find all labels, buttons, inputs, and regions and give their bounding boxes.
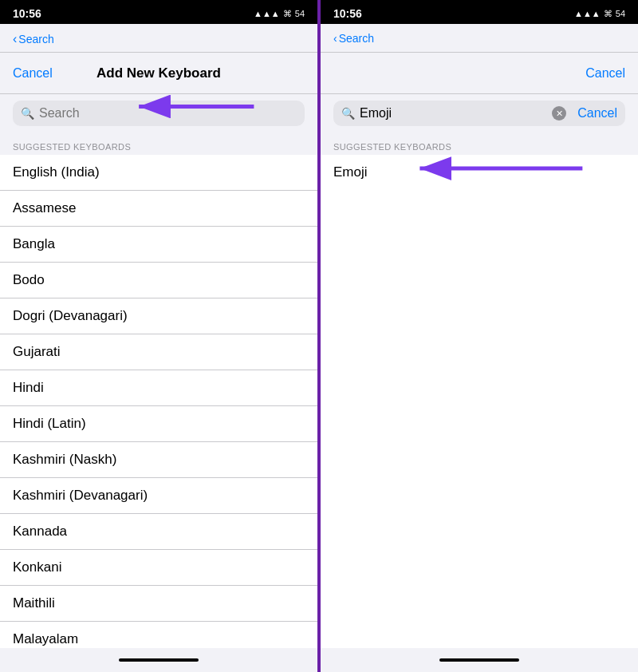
- chevron-left-icon: ‹: [13, 32, 17, 46]
- right-back-label: Search: [339, 32, 374, 45]
- right-battery-icon: 54: [616, 9, 625, 18]
- list-item[interactable]: Kashmiri (Devanagari): [0, 478, 317, 514]
- left-status-icons: ▲▲▲ ⌘ 54: [254, 9, 305, 19]
- right-chevron-left-icon: ‹: [333, 32, 337, 45]
- search-container: 🔍: [0, 94, 317, 132]
- keyboard-name: Kashmiri (Devanagari): [13, 488, 148, 504]
- right-cancel-bar: Cancel: [321, 53, 638, 94]
- list-item[interactable]: Kannada: [0, 514, 317, 550]
- left-time: 10:56: [13, 7, 41, 20]
- right-signal-icon: ▲▲▲: [574, 9, 601, 18]
- keyboard-name: Hindi: [13, 380, 44, 396]
- left-back-label: Search: [18, 33, 53, 45]
- list-item[interactable]: English (India): [0, 155, 317, 191]
- list-item[interactable]: Konkani: [0, 550, 317, 586]
- home-bar: [119, 658, 199, 662]
- list-item[interactable]: Malayalam: [0, 622, 317, 648]
- keyboard-name: Kannada: [13, 524, 67, 540]
- keyboard-name: Bodo: [13, 272, 45, 288]
- right-status-bar: 10:56 ▲▲▲ ⌘ 54: [321, 0, 638, 24]
- search-input[interactable]: [39, 106, 297, 121]
- page-title: Add New Keyboard: [96, 65, 221, 81]
- right-search-container: 🔍 Emoji ✕ Cancel: [321, 94, 638, 132]
- right-cancel-button[interactable]: Cancel: [585, 66, 625, 81]
- left-panel: 10:56 ▲▲▲ ⌘ 54 ‹ Search Cancel Add New K…: [0, 0, 317, 672]
- keyboard-name: Hindi (Latin): [13, 416, 86, 432]
- left-status-bar: 10:56 ▲▲▲ ⌘ 54: [0, 0, 317, 24]
- cancel-button[interactable]: Cancel: [13, 66, 53, 81]
- keyboard-name: Konkani: [13, 559, 61, 575]
- left-home-indicator: [0, 648, 317, 672]
- right-results-list: Emoji: [321, 155, 638, 648]
- list-item[interactable]: Gujarati: [0, 334, 317, 370]
- list-item[interactable]: Kashmiri (Naskh): [0, 442, 317, 478]
- keyboard-name: English (India): [13, 164, 100, 180]
- signal-icon: ▲▲▲: [254, 9, 280, 18]
- list-item[interactable]: Hindi (Latin): [0, 406, 317, 442]
- list-item[interactable]: Hindi: [0, 370, 317, 406]
- keyboard-name: Gujarati: [13, 344, 61, 360]
- clear-search-button[interactable]: ✕: [552, 106, 566, 121]
- right-cancel-inline-button[interactable]: Cancel: [577, 106, 617, 121]
- list-item[interactable]: Assamese: [0, 191, 317, 227]
- battery-icon: 54: [295, 9, 305, 18]
- result-name: Emoji: [333, 164, 368, 180]
- list-item[interactable]: Bangla: [0, 227, 317, 263]
- right-home-indicator: [321, 648, 638, 672]
- right-section-header: SUGGESTED KEYBOARDS: [321, 132, 638, 155]
- right-search-icon: 🔍: [341, 107, 355, 120]
- search-wrapper: 🔍: [13, 101, 305, 126]
- right-search-value: Emoji: [360, 106, 547, 121]
- left-nav-bar: ‹ Search: [0, 24, 317, 53]
- keyboard-name: Assamese: [13, 200, 76, 216]
- right-nav-bar: ‹ Search: [321, 24, 638, 53]
- keyboard-name: Bangla: [13, 236, 55, 252]
- search-icon: 🔍: [21, 107, 34, 120]
- keyboard-name: Dogri (Devanagari): [13, 308, 128, 324]
- right-panel: 10:56 ▲▲▲ ⌘ 54 ‹ Search Cancel 🔍 Emoji ✕…: [321, 0, 638, 672]
- right-wifi-icon: ⌘: [604, 9, 612, 19]
- left-section-header: SUGGESTED KEYBOARDS: [0, 132, 317, 155]
- left-title-bar: Cancel Add New Keyboard: [0, 53, 317, 94]
- right-home-bar: [439, 658, 519, 662]
- right-back-button[interactable]: ‹ Search: [333, 32, 374, 45]
- keyboard-name: Malayalam: [13, 631, 78, 647]
- list-item[interactable]: Bodo: [0, 263, 317, 298]
- list-item[interactable]: Dogri (Devanagari): [0, 298, 317, 334]
- right-time: 10:56: [333, 7, 362, 20]
- right-search-wrapper: 🔍 Emoji ✕ Cancel: [333, 101, 625, 126]
- keyboard-name: Maithili: [13, 595, 55, 611]
- right-status-icons: ▲▲▲ ⌘ 54: [574, 9, 625, 19]
- wifi-icon: ⌘: [283, 9, 292, 19]
- list-item[interactable]: Maithili: [0, 586, 317, 622]
- keyboard-name: Kashmiri (Naskh): [13, 452, 116, 468]
- keyboard-list: English (India) Assamese Bangla Bodo Dog…: [0, 155, 317, 648]
- result-item-emoji[interactable]: Emoji: [321, 155, 638, 190]
- left-back-button[interactable]: ‹ Search: [13, 32, 54, 46]
